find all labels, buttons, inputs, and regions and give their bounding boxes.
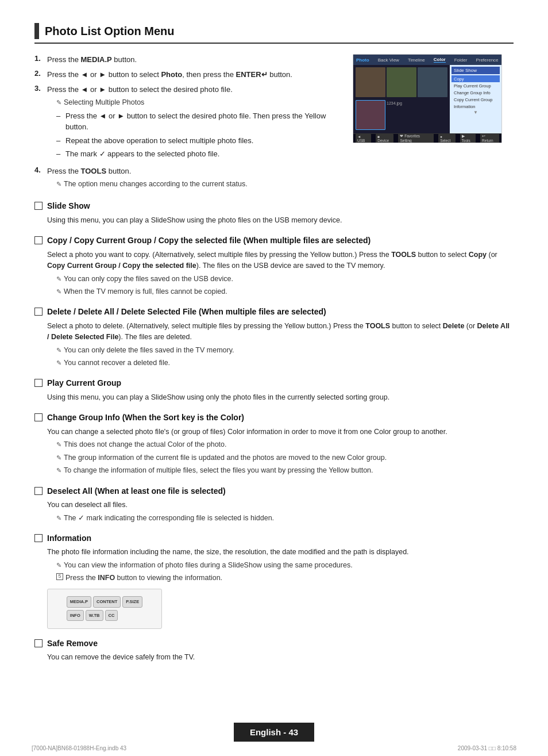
section-information: Information The photo file information i… — [34, 533, 514, 629]
safe-remove-header: Safe Remove — [34, 638, 514, 650]
checkbox-safe-remove — [34, 639, 43, 647]
page-footer: English - 43 — [0, 723, 548, 742]
pencil-icon-1: ✎ — [56, 98, 61, 108]
tv-menu-copy-current: Copy Current Group — [451, 96, 500, 103]
slide-show-title: Slide Show — [47, 201, 90, 212]
tv-top-bar: Photo Back View Timeline Color Folder Pr… — [353, 55, 501, 65]
step-3: 3. Press the ◄ or ► button to select the… — [34, 84, 341, 162]
tv-menu-title: Slide Show — [451, 67, 500, 74]
change-group-note-1: ✎ This does not change the actual Color … — [56, 439, 514, 450]
checkbox-deselect-all — [34, 487, 43, 495]
deselect-all-note: ✎ The ✓ mark indicating the correspondin… — [56, 513, 514, 524]
information-header: Information — [34, 533, 514, 544]
dash-1: – Press the ◄ or ► button to select the … — [56, 110, 341, 133]
copy-bold2: Copy — [469, 251, 487, 259]
step-2: 2. Press the ◄ or ► button to select Pho… — [34, 69, 341, 80]
remote-image: MEDIA.P CONTENT P.SIZE INFO W.TB CC — [47, 589, 162, 629]
delete-note-2: ✎ You cannot recover a deleted file. — [56, 358, 514, 369]
copy-note-1: ✎ You can only copy the files saved on t… — [56, 274, 514, 285]
tv-menu-arrow: ▼ — [451, 110, 500, 115]
title-accent-bar — [34, 23, 39, 39]
play-current-body: Using this menu, you can play a SlideSho… — [47, 392, 514, 403]
pencil-icon-copy-2: ✎ — [56, 287, 61, 297]
delete-bold2: Delete — [443, 322, 465, 330]
information-note-1: ✎ You can view the information of photo … — [56, 560, 514, 571]
checkbox-change-group — [34, 413, 43, 421]
tv-menu-information: Information — [451, 103, 500, 110]
pencil-icon-info-1: ✎ — [56, 561, 61, 570]
step-2-photo: Photo — [161, 70, 182, 79]
tv-menu-panel: Slide Show Copy Play Current Group Chang… — [450, 65, 501, 133]
remote-row-1: MEDIA.P CONTENT P.SIZE — [67, 596, 142, 608]
information-note-2: 5 Press the INFO button to viewing the i… — [56, 573, 514, 584]
step-1-number: 1. — [34, 54, 45, 66]
step-4-tools: TOOLS — [81, 167, 107, 175]
tv-tab-timeline: Timeline — [408, 57, 425, 63]
tv-thumb-2 — [387, 67, 416, 97]
tv-btn-return: ↩ Return — [480, 133, 499, 143]
change-group-note-2: ✎ The group information of the current f… — [56, 452, 514, 463]
tv-menu-change-group: Change Group Info — [451, 89, 500, 96]
tv-tab-backview: Back View — [378, 57, 399, 63]
checkbox-information — [34, 534, 43, 542]
footer-file-info: [7000-NA]BN68-01988H-Eng.indb 43 — [32, 745, 126, 751]
remote-btn-content: CONTENT — [93, 596, 121, 608]
change-group-title: Change Group Info (When the Sort key is … — [47, 412, 244, 424]
step-4-content: Press the TOOLS button. ✎ The option men… — [47, 166, 341, 192]
play-current-header: Play Current Group — [34, 378, 514, 389]
copy-header: Copy / Copy Current Group / Copy the sel… — [34, 235, 514, 247]
section-title-bar: Photo List Option Menu — [34, 23, 514, 44]
checkbox-copy — [34, 236, 43, 244]
intro-section: 1. Press the MEDIA.P button. 2. Press th… — [34, 54, 514, 195]
step-4: 4. Press the TOOLS button. ✎ The option … — [34, 166, 341, 192]
play-current-title: Play Current Group — [47, 378, 121, 389]
copy-note-2: ✎ When the TV memory is full, files cann… — [56, 286, 514, 297]
change-group-note-3: ✎ To change the information of multiple … — [56, 465, 514, 476]
step-1-bold: MEDIA.P — [81, 55, 112, 64]
slide-show-header: Slide Show — [34, 201, 514, 212]
tv-btn-favorites: ❤ Favorites Setting — [398, 133, 434, 143]
remote-btn-wtb: W.TB — [86, 610, 103, 621]
tv-btn-select: ● Select — [438, 134, 455, 143]
copy-title: Copy / Copy Current Group / Copy the sel… — [47, 235, 371, 247]
change-group-header: Change Group Info (When the Sort key is … — [34, 412, 514, 424]
tv-screenshot: Photo Back View Timeline Color Folder Pr… — [353, 54, 502, 143]
step-1: 1. Press the MEDIA.P button. — [34, 54, 341, 66]
section-copy: Copy / Copy Current Group / Copy the sel… — [34, 235, 514, 297]
delete-title: Delete / Delete All / Delete Selected Fi… — [47, 306, 326, 318]
delete-bold3: Delete All / Delete Selected File — [47, 322, 510, 341]
delete-note-1: ✎ You can only delete the files saved in… — [56, 345, 514, 356]
checkbox-delete — [34, 308, 43, 316]
section-slide-show: Slide Show Using this menu, you can play… — [34, 201, 514, 226]
checkbox-play-current — [34, 379, 43, 387]
tv-tab-photo: Photo — [356, 57, 369, 63]
pencil-icon-copy-1: ✎ — [56, 274, 61, 284]
tv-menu-play-current: Play Current Group — [451, 82, 500, 89]
remote-row-2: INFO W.TB CC — [67, 610, 142, 621]
info-bold: INFO — [98, 574, 115, 582]
tv-btn-tools: ▶ Tools — [460, 133, 476, 143]
checkbox-slide-show — [34, 202, 43, 210]
page-container: Photo List Option Menu 1. Press the MEDI… — [0, 0, 548, 756]
section-deselect-all: Deselect All (When at least one file is … — [34, 486, 514, 524]
pencil-icon-del-2: ✎ — [56, 358, 61, 368]
tv-tab-folder: Folder — [454, 57, 468, 63]
pencil-icon-cg-1: ✎ — [56, 440, 61, 450]
tv-content-area: 1234.jpg Slide Show Copy Play Current Gr… — [353, 65, 501, 133]
deselect-all-body: You can deselect all files. ✎ The ✓ mark… — [47, 500, 514, 524]
delete-header: Delete / Delete All / Delete Selected Fi… — [34, 306, 514, 318]
square-icon-info: 5 — [56, 573, 63, 580]
page-number-label: English - 43 — [250, 727, 298, 737]
dash-list: – Press the ◄ or ► button to select the … — [56, 110, 341, 160]
deselect-all-header: Deselect All (When at least one file is … — [34, 486, 514, 497]
step-4-note: ✎ The option menu changes according to t… — [56, 179, 341, 190]
step-3-note: ✎ Selecting Multiple Photos — [56, 97, 341, 108]
delete-body: Select a photo to delete. (Alternatively… — [47, 321, 514, 369]
footer-date-info: 2009-03-31 □□ 8:10:58 — [458, 745, 516, 751]
step-2-number: 2. — [34, 69, 45, 80]
page-title: Photo List Option Menu — [45, 25, 175, 38]
dash-3: – The mark ✓ appears to the selected pho… — [56, 148, 341, 160]
pencil-icon-cg-3: ✎ — [56, 466, 61, 475]
steps-column: 1. Press the MEDIA.P button. 2. Press th… — [34, 54, 341, 195]
change-group-body: You can change a selected photo file's (… — [47, 427, 514, 477]
